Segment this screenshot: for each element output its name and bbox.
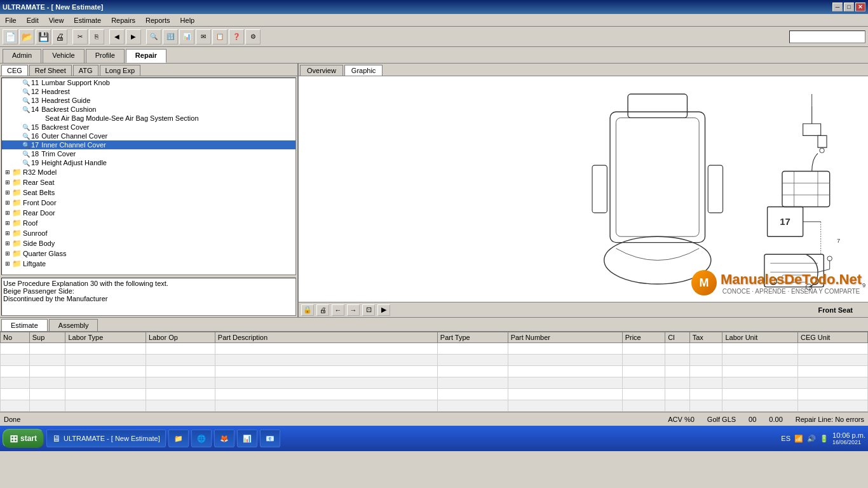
menu-repairs[interactable]: Repairs <box>106 15 140 25</box>
status-bar: Done ACV %0 Golf GLS 00 0.00 Repair Line… <box>0 412 868 426</box>
rp-tab-graphic[interactable]: Graphic <box>344 65 383 76</box>
tab-repair[interactable]: Repair <box>126 49 166 63</box>
close-button[interactable]: ✕ <box>855 3 865 11</box>
tree-item[interactable]: ⊞📁 Roof <box>2 218 295 228</box>
tool3-btn[interactable]: 📋 <box>212 29 227 44</box>
expand-icon[interactable]: ⊞ <box>3 210 12 216</box>
menu-estimate[interactable]: Estimate <box>69 15 106 25</box>
menu-reports[interactable]: Reports <box>140 15 175 25</box>
taskbar-icon-3[interactable]: 🦊 <box>214 430 234 447</box>
tree-item[interactable]: ⊞📁 Rear Seat <box>2 177 295 187</box>
tree-item[interactable]: ⊞📁 Rear Door <box>2 208 295 218</box>
taskbar-icon-2[interactable]: 🌐 <box>191 430 212 447</box>
tab-assembly[interactable]: Assembly <box>49 319 98 331</box>
taskbar-icon-4[interactable]: 📊 <box>237 430 257 447</box>
expand-icon[interactable]: ⊞ <box>3 220 12 226</box>
expand-icon[interactable]: ⊞ <box>3 179 12 186</box>
back-btn[interactable]: ◀ <box>109 29 125 44</box>
menu-file[interactable]: File <box>0 15 22 25</box>
lp-tab-longexp[interactable]: Long Exp <box>100 65 140 76</box>
search-input[interactable] <box>789 30 865 43</box>
tree-item[interactable]: Seat Air Bag Module-See Air Bag System S… <box>2 114 295 123</box>
tree-item[interactable]: 🔍18Trim Cover <box>2 149 295 158</box>
menu-help[interactable]: Help <box>175 15 200 25</box>
menu-edit[interactable]: Edit <box>22 15 44 25</box>
expand-icon[interactable]: ⊞ <box>3 261 12 267</box>
fwd-btn[interactable]: ▶ <box>126 29 141 44</box>
lp-tab-atg[interactable]: ATG <box>73 65 98 76</box>
tree-item[interactable]: 🔍14Backrest Cushion <box>2 105 295 114</box>
tab-profile[interactable]: Profile <box>86 49 125 63</box>
open-btn[interactable]: 📂 <box>19 29 34 44</box>
tree-label: R32 Model <box>23 168 57 176</box>
expand-icon[interactable]: ⊞ <box>3 240 12 247</box>
tree-item[interactable]: 🔍16Outer Channel Cover <box>2 132 295 140</box>
tree-num: 19 <box>31 159 39 166</box>
prev-btn[interactable]: ← <box>332 304 344 316</box>
new-btn[interactable]: 📄 <box>3 29 18 44</box>
save-btn[interactable]: 💾 <box>36 29 51 44</box>
search-icon: 🔍 <box>22 88 30 95</box>
folder-icon: 📁 <box>12 198 22 207</box>
tree-item[interactable]: ⊞📁 Side Body <box>2 238 295 248</box>
next-btn[interactable]: → <box>347 304 360 316</box>
tree-item[interactable]: 🔍11Lumbar Support Knob <box>2 78 295 87</box>
tree-item[interactable]: 🔍15Backrest Cover <box>2 123 295 132</box>
tab-vehicle[interactable]: Vehicle <box>43 49 84 63</box>
tool1-btn[interactable]: 📊 <box>179 29 194 44</box>
fit-btn[interactable]: ⊡ <box>362 304 375 316</box>
tree-item[interactable]: 🔍17Inner Channel Cover <box>2 140 295 149</box>
graphic-toolbar: 🔒 🖨 ← → ⊡ ▶ Front Seat <box>299 302 868 317</box>
tree-item[interactable]: ⊞📁 R32 Model <box>2 167 295 177</box>
tree-view[interactable]: 🔍11Lumbar Support Knob 🔍12Headrest 🔍13He… <box>1 78 296 275</box>
taskbar-icon-1[interactable]: 📁 <box>168 430 189 447</box>
svg-text:17: 17 <box>780 216 790 227</box>
svg-rect-5 <box>708 165 722 213</box>
search-icon: 🔍 <box>22 133 30 140</box>
expand-icon[interactable]: ⊞ <box>3 189 12 196</box>
col-part-num: Part Number <box>508 332 622 343</box>
taskbar-icon-5[interactable]: 📧 <box>260 430 280 447</box>
tree-item[interactable]: ⊞📁 Liftgate <box>2 259 295 269</box>
maximize-button[interactable]: □ <box>844 3 854 11</box>
lp-tab-refsheet[interactable]: Ref Sheet <box>29 65 72 76</box>
print-graphic-btn[interactable]: 🖨 <box>316 304 329 316</box>
col-cl: Cl <box>665 332 689 343</box>
lp-tab-ceg[interactable]: CEG <box>1 65 28 76</box>
tool2-btn[interactable]: ✉ <box>196 29 211 44</box>
tree-item[interactable]: ⊞📁 Front Door <box>2 198 295 208</box>
start-button[interactable]: ⊞ start <box>3 429 44 448</box>
help-btn[interactable]: ❓ <box>229 29 244 44</box>
tree-label: Trim Cover <box>41 150 76 158</box>
minimize-button[interactable]: ─ <box>832 3 843 11</box>
expand-icon[interactable]: ⊞ <box>3 250 12 257</box>
folder-icon: 📁 <box>12 178 22 187</box>
tab-admin[interactable]: Admin <box>3 49 41 63</box>
status-vehicle: Golf GLS <box>707 416 736 423</box>
info-line2: Beige Passenger Side: <box>3 287 294 295</box>
expand-icon[interactable]: ⊞ <box>3 230 12 236</box>
estimate-area: Estimate Assembly No Sup Labor Type Labo… <box>0 318 868 412</box>
lock-btn[interactable]: 🔒 <box>301 304 314 316</box>
menu-view[interactable]: View <box>44 15 69 25</box>
zoom-btn[interactable]: 🔍 <box>146 29 161 44</box>
tree-item[interactable]: 🔍13Headrest Guide <box>2 96 295 105</box>
tree-item[interactable]: ⊞📁 Quarter Glass <box>2 248 295 259</box>
tree-item[interactable]: ⊞📁 Sunroof <box>2 228 295 238</box>
tree-item[interactable]: ⊞📁 Seat Belts <box>2 187 295 198</box>
copy-btn[interactable]: ⎘ <box>89 29 104 44</box>
print-btn[interactable]: 🖨 <box>52 29 67 44</box>
calc-btn[interactable]: 🔢 <box>163 29 178 44</box>
rp-tab-overview[interactable]: Overview <box>300 65 343 76</box>
tree-item[interactable]: 🔍19Height Adjust Handle <box>2 158 295 167</box>
taskbar-right: ES 📶 🔊 🔋 10:06 p.m. 16/06/2021 <box>781 431 865 445</box>
task-ultramate[interactable]: 🖥 ULTRAMATE - [ New Estimate] <box>46 430 166 447</box>
cut-btn[interactable]: ✂ <box>72 29 88 44</box>
tree-item[interactable]: 🔍12Headrest <box>2 87 295 96</box>
tree-label: Rear Door <box>23 209 55 217</box>
tab-estimate[interactable]: Estimate <box>1 319 48 331</box>
play-btn[interactable]: ▶ <box>377 304 390 316</box>
expand-icon[interactable]: ⊞ <box>3 200 12 206</box>
settings-btn[interactable]: ⚙ <box>245 29 261 44</box>
expand-icon[interactable]: ⊞ <box>3 169 12 175</box>
